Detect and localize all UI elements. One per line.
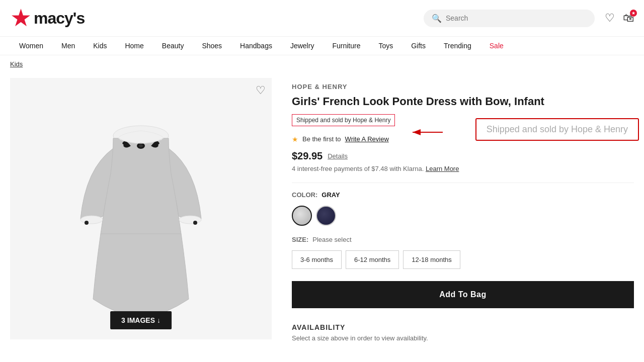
nav-item-home[interactable]: Home [116, 37, 152, 55]
size-label: SIZE: [292, 236, 308, 243]
search-icon: 🔍 [432, 14, 442, 23]
nav-item-gifts[interactable]: Gifts [402, 37, 435, 55]
svg-point-1 [80, 216, 103, 224]
availability-title: AVAILABILITY [292, 323, 634, 331]
nav-item-trending[interactable]: Trending [435, 37, 480, 55]
size-btn-12-18[interactable]: 12-18 months [403, 250, 460, 269]
product-price: $29.95 [292, 150, 323, 162]
sold-by-badge[interactable]: Shipped and sold by Hope & Henry [292, 114, 395, 126]
search-bar[interactable]: 🔍 [424, 10, 595, 27]
images-button[interactable]: 3 IMAGES ↓ [110, 311, 172, 329]
breadcrumb: Kids [0, 55, 644, 73]
logo-star-icon: ★ [10, 6, 32, 30]
availability-section: AVAILABILITY Select a size above in orde… [292, 323, 634, 342]
size-options: 3-6 months 6-12 months 12-18 months [292, 250, 634, 269]
nav-item-sale[interactable]: Sale [480, 37, 513, 55]
nav-item-toys[interactable]: Toys [369, 37, 402, 55]
size-btn-6-12[interactable]: 6-12 months [346, 250, 399, 269]
nav-item-shoes[interactable]: Shoes [193, 37, 231, 55]
wishlist-button[interactable]: ♡ [256, 84, 266, 97]
main-nav: Women Men Kids Home Beauty Shoes Handbag… [0, 37, 644, 55]
product-details: HOPE & HENRY Girls' French Look Ponte Dr… [292, 78, 634, 342]
add-to-bag-button[interactable]: Add To Bag [292, 281, 634, 308]
nav-item-men[interactable]: Men [52, 37, 84, 55]
breadcrumb-link-kids[interactable]: Kids [10, 60, 23, 68]
product-image-area: ♡ [10, 78, 272, 342]
nav-item-furniture[interactable]: Furniture [323, 37, 369, 55]
wishlist-icon[interactable]: ♡ [605, 12, 615, 25]
svg-point-6 [139, 144, 143, 147]
color-row: COLOR: GRAY [292, 191, 634, 199]
product-image-container: ♡ [10, 78, 272, 339]
availability-text: Select a size above in order to view ava… [292, 334, 634, 342]
search-input[interactable] [446, 14, 587, 22]
svg-point-2 [179, 216, 201, 224]
size-row: SIZE: Please select [292, 236, 634, 243]
tooltip-box: Shipped and sold by Hope & Henry [475, 118, 639, 141]
size-placeholder: Please select [312, 236, 351, 243]
color-label: COLOR: [292, 191, 317, 199]
star-icon: ★ [292, 135, 298, 143]
brand-name: HOPE & HENRY [292, 83, 634, 90]
logo[interactable]: ★ macy's [10, 6, 85, 30]
klarna-row: 4 interest-free payments of $7.48 with K… [292, 165, 634, 172]
color-swatches [292, 206, 634, 226]
cart-icon[interactable]: 🛍 ★ [623, 12, 634, 25]
nav-item-beauty[interactable]: Beauty [153, 37, 193, 55]
nav-item-kids[interactable]: Kids [84, 37, 116, 55]
klarna-text: 4 interest-free payments of $7.48 with K… [292, 165, 424, 172]
color-swatch-navy[interactable] [316, 206, 336, 226]
main-content: ♡ [0, 73, 644, 352]
divider [292, 183, 634, 183]
header-icons: ♡ 🛍 ★ [605, 12, 634, 25]
product-title: Girls' French Look Ponte Dress with Bow,… [292, 95, 634, 109]
review-text: Be the first to [302, 135, 341, 143]
nav-item-handbags[interactable]: Handbags [231, 37, 281, 55]
cart-badge: ★ [630, 10, 637, 17]
header: ★ macy's 🔍 ♡ 🛍 ★ [0, 0, 644, 37]
color-value: GRAY [321, 191, 340, 199]
svg-point-3 [85, 221, 89, 225]
klarna-learn-more-link[interactable]: Learn More [426, 165, 459, 172]
logo-text: macy's [34, 9, 85, 28]
size-btn-3-6[interactable]: 3-6 months [292, 250, 342, 269]
nav-item-women[interactable]: Women [10, 37, 52, 55]
write-review-link[interactable]: Write A Review [345, 135, 389, 143]
svg-point-4 [193, 221, 197, 225]
color-swatch-gray[interactable] [292, 206, 312, 226]
nav-item-jewelry[interactable]: Jewelry [281, 37, 323, 55]
details-link[interactable]: Details [328, 152, 348, 160]
price-row: $29.95 Details [292, 150, 634, 162]
product-image-svg [55, 88, 226, 329]
